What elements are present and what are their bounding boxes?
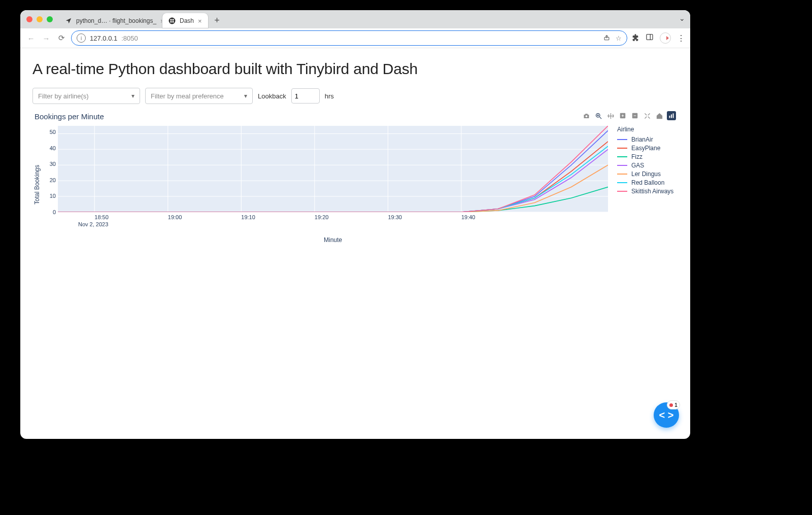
modebar-zoom-in-icon[interactable] xyxy=(618,111,627,120)
bookmark-star-icon[interactable]: ☆ xyxy=(616,35,622,42)
svg-point-8 xyxy=(585,115,587,117)
dash-devtools-badge: 1 xyxy=(667,400,680,409)
svg-rect-2 xyxy=(173,19,174,21)
legend-item[interactable]: Skittish Airways xyxy=(617,188,678,195)
y-ticks: 50403020100 xyxy=(44,126,56,212)
legend-item[interactable]: Ler Dingus xyxy=(617,170,678,178)
tab-close-icon[interactable]: × xyxy=(198,18,202,24)
legend-label: BrianAir xyxy=(631,136,653,143)
browser-tab-1[interactable]: Dash × xyxy=(162,13,208,28)
chart-legend: Airline BrianAirEasyPlaneFizzGASLer Ding… xyxy=(608,126,678,244)
svg-rect-15 xyxy=(669,116,670,118)
tab-overflow-chevron-icon[interactable]: ⌄ xyxy=(679,14,685,22)
tab-title: python_d… · flight_bookings_ xyxy=(76,17,156,24)
airline-filter-dropdown[interactable]: Filter by airline(s) ▾ xyxy=(32,88,140,104)
address-host: 127.0.0.1 xyxy=(90,35,117,42)
svg-rect-3 xyxy=(171,21,172,23)
tab-favicon-arrow-icon xyxy=(65,17,72,24)
x-ticks: 18:5019:0019:1019:2019:3019:40 xyxy=(58,212,608,221)
window-controls xyxy=(20,10,59,28)
legend-swatch xyxy=(617,182,627,183)
toolbar-actions: ⋮ xyxy=(631,32,685,44)
svg-point-0 xyxy=(169,18,176,24)
legend-label: Fizz xyxy=(631,153,642,160)
modebar-pan-icon[interactable] xyxy=(606,111,615,120)
legend-swatch xyxy=(617,174,627,175)
browser-toolbar: ← → ⟳ i 127.0.0.1:8050 ☆ ⋮ xyxy=(20,28,690,48)
legend-swatch xyxy=(617,165,627,166)
legend-item[interactable]: GAS xyxy=(617,162,678,169)
browser-window: python_d… · flight_bookings_ × Dash × + … xyxy=(20,10,690,439)
modebar-camera-icon[interactable] xyxy=(582,111,591,120)
page-content: A real-time Python dashboard built with … xyxy=(20,48,690,439)
chart-x-axis-label: Minute xyxy=(58,236,608,244)
legend-item[interactable]: Red Balloon xyxy=(617,179,678,186)
site-info-icon[interactable]: i xyxy=(77,33,86,43)
svg-rect-6 xyxy=(647,35,653,40)
profile-avatar[interactable] xyxy=(660,32,671,44)
modebar-zoom-icon[interactable] xyxy=(594,111,603,120)
address-port: :8050 xyxy=(121,35,138,42)
browser-tabbar: python_d… · flight_bookings_ × Dash × + … xyxy=(20,10,690,28)
lookback-label: Lookback xyxy=(258,92,286,100)
page-title: A real-time Python dashboard built with … xyxy=(32,60,678,78)
legend-item[interactable]: EasyPlane xyxy=(617,145,678,152)
legend-label: GAS xyxy=(631,162,644,169)
share-icon[interactable] xyxy=(603,33,611,43)
legend-title: Airline xyxy=(617,126,678,133)
dash-devtools-button[interactable]: < > 1 xyxy=(654,402,679,428)
legend-label: Red Balloon xyxy=(631,179,664,186)
filter-row: Filter by airline(s) ▾ Filter by meal pr… xyxy=(32,88,678,104)
address-bar[interactable]: i 127.0.0.1:8050 ☆ xyxy=(71,30,627,46)
close-window-button[interactable] xyxy=(26,16,32,22)
side-panel-icon[interactable] xyxy=(646,33,654,43)
svg-rect-16 xyxy=(671,115,672,118)
kebab-menu-icon[interactable]: ⋮ xyxy=(677,33,685,43)
legend-label: EasyPlane xyxy=(631,145,660,152)
legend-swatch xyxy=(617,148,627,149)
nav-back-button[interactable]: ← xyxy=(25,32,37,44)
legend-swatch xyxy=(617,191,627,192)
legend-label: Ler Dingus xyxy=(631,170,661,178)
lookback-input[interactable] xyxy=(291,88,320,104)
modebar-logo-icon[interactable] xyxy=(667,111,676,120)
chart-y-axis-label: Total Bookings xyxy=(32,165,42,204)
browser-tab-0[interactable]: python_d… · flight_bookings_ × xyxy=(59,13,162,28)
svg-rect-4 xyxy=(173,21,174,23)
svg-rect-1 xyxy=(171,19,172,21)
legend-swatch xyxy=(617,156,627,157)
lookback-unit: hrs xyxy=(325,92,334,100)
chevron-down-icon: ▾ xyxy=(244,92,247,99)
x-axis-date-label: Nov 2, 2023 xyxy=(58,221,608,227)
legend-item[interactable]: Fizz xyxy=(617,153,678,160)
plot-area[interactable]: 50403020100 xyxy=(58,126,608,212)
bookings-chart: Bookings per Minute Total Bookings 50403… xyxy=(32,112,678,244)
plot-modebar xyxy=(582,111,676,120)
chevron-down-icon: ▾ xyxy=(131,92,134,99)
tab-title: Dash xyxy=(180,17,194,24)
legend-swatch xyxy=(617,139,627,140)
minimize-window-button[interactable] xyxy=(37,16,43,22)
meal-filter-dropdown[interactable]: Filter by meal preference ▾ xyxy=(145,88,253,104)
svg-line-10 xyxy=(599,117,601,119)
modebar-home-icon[interactable] xyxy=(655,111,664,120)
new-tab-button[interactable]: + xyxy=(210,13,224,27)
maximize-window-button[interactable] xyxy=(47,16,53,22)
legend-label: Skittish Airways xyxy=(631,188,673,195)
dropdown-placeholder: Filter by airline(s) xyxy=(38,92,89,100)
dropdown-placeholder: Filter by meal preference xyxy=(151,92,224,100)
legend-item[interactable]: BrianAir xyxy=(617,136,678,143)
nav-forward-button[interactable]: → xyxy=(41,32,52,44)
extensions-icon[interactable] xyxy=(631,33,639,43)
svg-rect-17 xyxy=(673,114,674,118)
modebar-autoscale-icon[interactable] xyxy=(642,111,652,120)
nav-reload-button[interactable]: ⟳ xyxy=(56,32,67,44)
tab-favicon-dash-icon xyxy=(168,17,176,24)
code-icon: < > xyxy=(659,409,674,421)
browser-tabs: python_d… · flight_bookings_ × Dash × + xyxy=(59,10,690,28)
modebar-zoom-out-icon[interactable] xyxy=(630,111,639,120)
